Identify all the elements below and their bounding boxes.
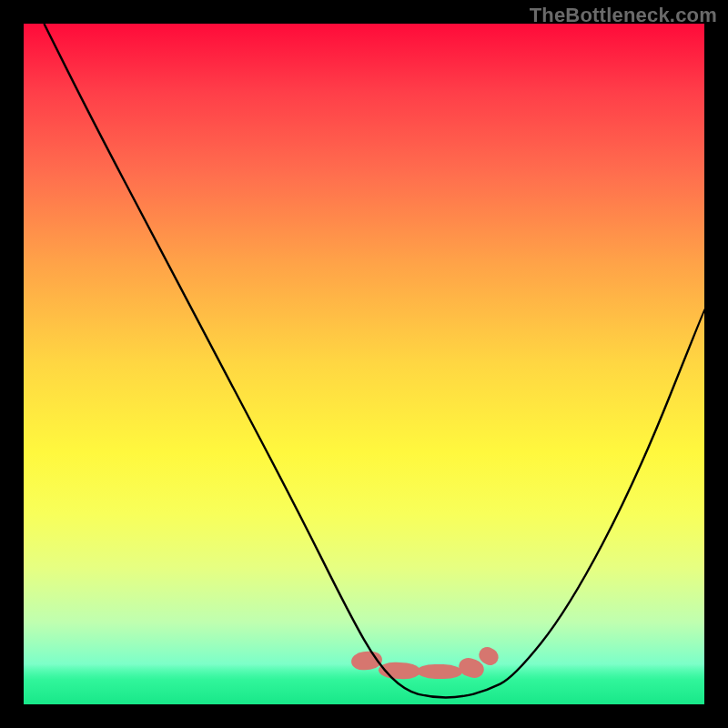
watermark-text: TheBottleneck.com <box>530 4 717 27</box>
bottleneck-curve <box>24 24 704 704</box>
chart-frame <box>24 24 704 704</box>
